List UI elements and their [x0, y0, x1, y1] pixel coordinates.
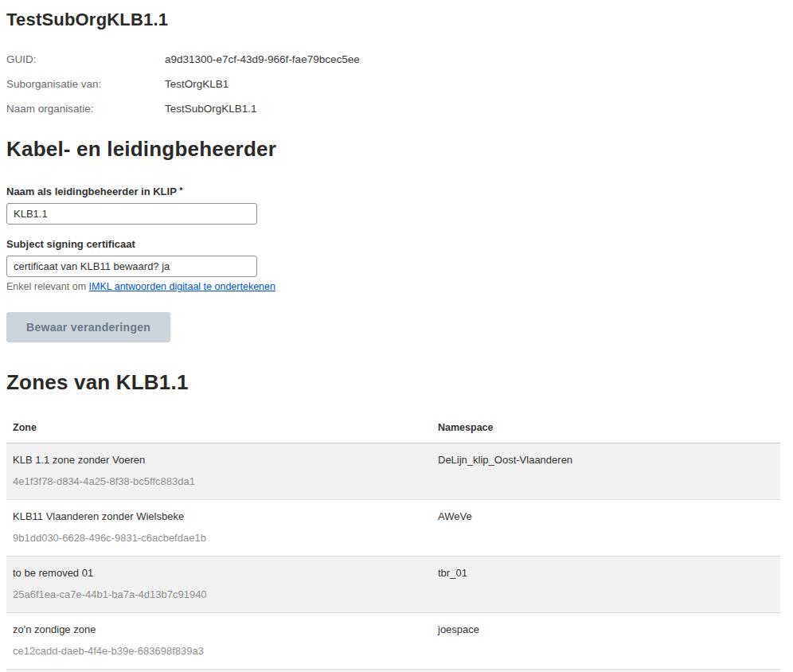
guid-label: GUID: [6, 53, 165, 66]
table-row: ZOne voor bugfix 107338 a2d728bf-eeca-4a… [6, 670, 780, 672]
zone-name: KLB11 Vlaanderen zonder Wielsbeke [13, 510, 425, 523]
guid-value: a9d31300-e7cf-43d9-966f-fae79bcec5ee [165, 53, 360, 66]
helper-prefix: Enkel relevant om [6, 281, 89, 292]
organisation-name-value: TestSubOrgKLB1.1 [165, 102, 257, 115]
manager-form: Naam als leidingbeheerder in KLIP * Subj… [6, 186, 787, 342]
zones-table: Zone Namespace KLB 1.1 zone zonder Voere… [6, 414, 780, 672]
table-row: zo'n zondige zone ce12cadd-daeb-4f4e-b39… [6, 613, 780, 670]
organisation-name-label: Naam organisatie: [6, 102, 165, 115]
detail-row-organisation-name: Naam organisatie: TestSubOrgKLB1.1 [6, 102, 787, 115]
detail-row-guid: GUID: a9d31300-e7cf-43d9-966f-fae79bcec5… [6, 53, 787, 66]
table-row: KLB 1.1 zone zonder Voeren 4e1f3f78-d834… [6, 443, 780, 500]
zone-namespace: DeLijn_klip_Oost-Vlaanderen [438, 454, 774, 467]
save-changes-button[interactable]: Bewaar veranderingen [6, 312, 170, 342]
zones-table-header-row: Zone Namespace [6, 414, 780, 443]
pipeline-manager-name-label: Naam als leidingbeheerder in KLIP * [6, 186, 787, 197]
zone-namespace: joespace [438, 623, 774, 636]
manager-section-heading: Kabel- en leidingbeheerder [6, 137, 787, 162]
zone-guid: 9b1dd030-6628-496c-9831-c6acbefdae1b [13, 532, 425, 545]
zone-namespace: AWeVe [438, 510, 774, 523]
suborganisation-value: TestOrgKLB1 [165, 77, 229, 91]
zone-guid: 4e1f3f78-d834-4a25-8f38-bc5ffc883da1 [13, 475, 425, 488]
zone-namespace: tbr_01 [438, 567, 774, 580]
zone-name: zo'n zondige zone [13, 623, 425, 636]
zone-guid: ce12cadd-daeb-4f4e-b39e-683698f839a3 [13, 645, 425, 658]
certificate-helper-text: Enkel relevant om IMKL antwoorden digita… [6, 281, 787, 292]
zone-name: to be removed 01 [13, 567, 425, 580]
organisation-details: GUID: a9d31300-e7cf-43d9-966f-fae79bcec5… [6, 53, 787, 115]
page-title: TestSubOrgKLB1.1 [6, 10, 787, 30]
zones-section-heading: Zones van KLB1.1 [6, 370, 787, 395]
detail-row-suborganisation: Suborganisatie van: TestOrgKLB1 [6, 77, 787, 91]
imkl-sign-link[interactable]: IMKL antwoorden digitaal te ondertekenen [89, 281, 275, 292]
signing-certificate-label: Subject signing certificaat [6, 238, 787, 250]
namespace-column-header: Namespace [432, 414, 780, 443]
zone-guid: 25a6f1ea-ca7e-44b1-ba7a-4d13b7c91940 [13, 588, 425, 601]
pipeline-manager-name-input[interactable] [6, 203, 257, 225]
signing-certificate-input[interactable] [6, 256, 257, 277]
table-row: KLB11 Vlaanderen zonder Wielsbeke 9b1dd0… [6, 500, 780, 557]
zone-column-header: Zone [6, 414, 432, 443]
pipeline-manager-name-label-text: Naam als leidingbeheerder in KLIP [6, 186, 177, 197]
required-marker: * [179, 186, 182, 195]
suborganisation-label: Suborganisatie van: [6, 77, 165, 91]
table-row: to be removed 01 25a6f1ea-ca7e-44b1-ba7a… [6, 557, 780, 613]
zone-name: KLB 1.1 zone zonder Voeren [13, 454, 425, 467]
